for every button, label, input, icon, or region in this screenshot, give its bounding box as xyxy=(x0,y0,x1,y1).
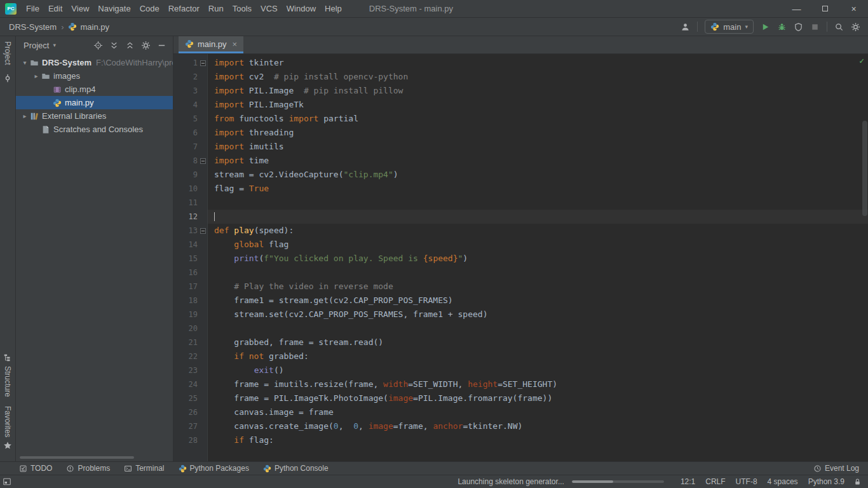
project-panel-title[interactable]: Project xyxy=(24,41,49,50)
tool-button-todo[interactable]: TODO xyxy=(19,464,52,473)
inspections-ok-icon[interactable]: ✓ xyxy=(859,56,864,65)
code-line-3[interactable]: 3import PIL.Image # pip install pillow xyxy=(173,84,868,98)
fold-column xyxy=(198,84,208,98)
close-button[interactable]: × xyxy=(839,0,868,17)
code-line-8[interactable]: 8import time xyxy=(173,154,868,168)
chevron-right-icon[interactable]: ▸ xyxy=(20,112,30,119)
menu-run[interactable]: Run xyxy=(204,0,228,17)
code-line-24[interactable]: 24 frame = imutils.resize(frame, width=S… xyxy=(173,377,868,391)
tree-item-clip-mp4[interactable]: clip.mp4 xyxy=(16,83,173,96)
project-scrollbar[interactable] xyxy=(20,456,134,459)
tool-button-event-log[interactable]: Event Log xyxy=(813,464,859,473)
line-number: 11 xyxy=(173,196,198,210)
code-line-14[interactable]: 14 global flag xyxy=(173,238,868,252)
menu-help[interactable]: Help xyxy=(320,0,346,17)
menu-code[interactable]: Code xyxy=(135,0,164,17)
code-line-11[interactable]: 11 xyxy=(173,196,868,210)
code-line-15[interactable]: 15 print(f"You clicked on play. Speed is… xyxy=(173,252,868,266)
menu-view[interactable]: View xyxy=(67,0,93,17)
code-line-28[interactable]: 28 if flag: xyxy=(173,433,868,447)
tool-tab-structure[interactable]: Structure xyxy=(3,353,12,397)
collapse-all-icon[interactable] xyxy=(125,41,135,50)
file-encoding[interactable]: UTF-8 xyxy=(736,477,757,486)
caret-position[interactable]: 12:1 xyxy=(681,477,695,486)
code-line-16[interactable]: 16 xyxy=(173,266,868,280)
code-line-4[interactable]: 4import PIL.ImageTk xyxy=(173,98,868,112)
editor-tab-main-py[interactable]: main.py × xyxy=(179,36,243,53)
tree-item-scratches-and-consoles[interactable]: Scratches and Consoles xyxy=(16,123,173,136)
code-line-19[interactable]: 19 stream.set(cv2.CAP_PROP_POS_FRAMES, f… xyxy=(173,308,868,322)
code-line-17[interactable]: 17 # Play the video in reverse mode xyxy=(173,280,868,294)
expand-all-icon[interactable] xyxy=(109,41,119,50)
code-line-9[interactable]: 9stream = cv2.VideoCapture("clip.mp4") xyxy=(173,168,868,182)
menu-window[interactable]: Window xyxy=(282,0,320,17)
editor-scrollbar[interactable] xyxy=(862,121,867,216)
background-task[interactable]: Launching skeleton generator... xyxy=(458,477,663,486)
tool-button-python-packages[interactable]: Python Packages xyxy=(179,464,249,473)
fold-icon[interactable] xyxy=(200,158,206,164)
search-everywhere-icon[interactable] xyxy=(834,22,844,32)
menu-tools[interactable]: Tools xyxy=(228,0,256,17)
tool-tab-favorites[interactable]: Favorites xyxy=(3,406,12,450)
code-area[interactable]: 1import tkinter2import cv2 # pip install… xyxy=(173,54,868,461)
code-line-7[interactable]: 7import imutils xyxy=(173,140,868,154)
breadcrumb-drs-system[interactable]: DRS-System xyxy=(9,22,57,32)
minimize-button[interactable]: — xyxy=(782,0,811,17)
titlebar: PC FileEditViewNavigateCodeRefactorRunTo… xyxy=(0,0,868,18)
tool-window-switcher-icon[interactable] xyxy=(3,477,11,486)
tree-item-images[interactable]: ▸images xyxy=(16,69,173,83)
code-line-21[interactable]: 21 grabbed, frame = stream.read() xyxy=(173,336,868,349)
lock-icon[interactable] xyxy=(853,478,862,486)
tool-button-python-console[interactable]: Python Console xyxy=(263,464,329,473)
line-number: 19 xyxy=(173,308,198,322)
code-line-2[interactable]: 2import cv2 # pip install opencv-python xyxy=(173,70,868,84)
tool-tab-project[interactable]: Project xyxy=(3,41,12,65)
tool-button-terminal[interactable]: Terminal xyxy=(124,464,164,473)
tool-button-problems[interactable]: Problems xyxy=(66,464,110,473)
fold-icon[interactable] xyxy=(200,60,206,66)
run-config-selector[interactable]: main ▾ xyxy=(705,20,754,34)
code-line-6[interactable]: 6import threading xyxy=(173,126,868,140)
code-line-26[interactable]: 26 canvas.image = frame xyxy=(173,405,868,419)
code-line-12[interactable]: 12 xyxy=(173,210,868,224)
code-line-10[interactable]: 10flag = True xyxy=(173,182,868,196)
code-line-13[interactable]: 13def play(speed): xyxy=(173,224,868,238)
stop-button[interactable] xyxy=(810,22,820,32)
menu-refactor[interactable]: Refactor xyxy=(164,0,204,17)
menu-file[interactable]: File xyxy=(22,0,44,17)
coverage-button[interactable] xyxy=(794,22,803,32)
code-line-27[interactable]: 27 canvas.create_image(0, 0, image=frame… xyxy=(173,419,868,433)
chevron-right-icon[interactable]: ▸ xyxy=(31,72,41,79)
settings-icon[interactable] xyxy=(851,22,860,32)
code-line-23[interactable]: 23 exit() xyxy=(173,363,868,377)
panel-settings-icon[interactable] xyxy=(141,41,151,50)
locate-file-icon[interactable] xyxy=(93,41,103,50)
breadcrumb-main-py[interactable]: main.py xyxy=(68,22,109,32)
debug-button[interactable] xyxy=(777,22,787,32)
code-line-18[interactable]: 18 frame1 = stream.get(cv2.CAP_PROP_POS_… xyxy=(173,294,868,308)
code-line-25[interactable]: 25 frame = PIL.ImageTk.PhotoImage(image=… xyxy=(173,391,868,405)
code-with-me-icon[interactable] xyxy=(681,22,690,32)
hide-panel-icon[interactable] xyxy=(157,41,166,50)
code-line-5[interactable]: 5from functools import partial xyxy=(173,112,868,126)
run-button[interactable] xyxy=(761,22,770,32)
line-separator[interactable]: CRLF xyxy=(705,477,725,486)
python-interpreter[interactable]: Python 3.9 xyxy=(808,477,844,486)
menu-vcs[interactable]: VCS xyxy=(256,0,282,17)
commit-tool-icon[interactable] xyxy=(3,74,12,85)
indent-style[interactable]: 4 spaces xyxy=(768,477,798,486)
chevron-down-icon[interactable]: ▾ xyxy=(20,59,30,66)
tool-button-label: Python Packages xyxy=(190,464,249,473)
fold-icon[interactable] xyxy=(200,228,206,234)
project-path: F:\CodeWithHarry\projec xyxy=(96,58,173,67)
tree-item-external-libraries[interactable]: ▸External Libraries xyxy=(16,109,173,123)
tree-item-drs-system[interactable]: ▾DRS-SystemF:\CodeWithHarry\projec xyxy=(16,56,173,69)
close-tab-icon[interactable]: × xyxy=(233,39,238,49)
menu-navigate[interactable]: Navigate xyxy=(93,0,135,17)
code-line-20[interactable]: 20 xyxy=(173,322,868,336)
menu-edit[interactable]: Edit xyxy=(44,0,67,17)
code-line-1[interactable]: 1import tkinter xyxy=(173,56,868,70)
maximize-button[interactable] xyxy=(811,0,839,17)
code-line-22[interactable]: 22 if not grabbed: xyxy=(173,349,868,363)
tree-item-main-py[interactable]: main.py xyxy=(16,96,173,109)
